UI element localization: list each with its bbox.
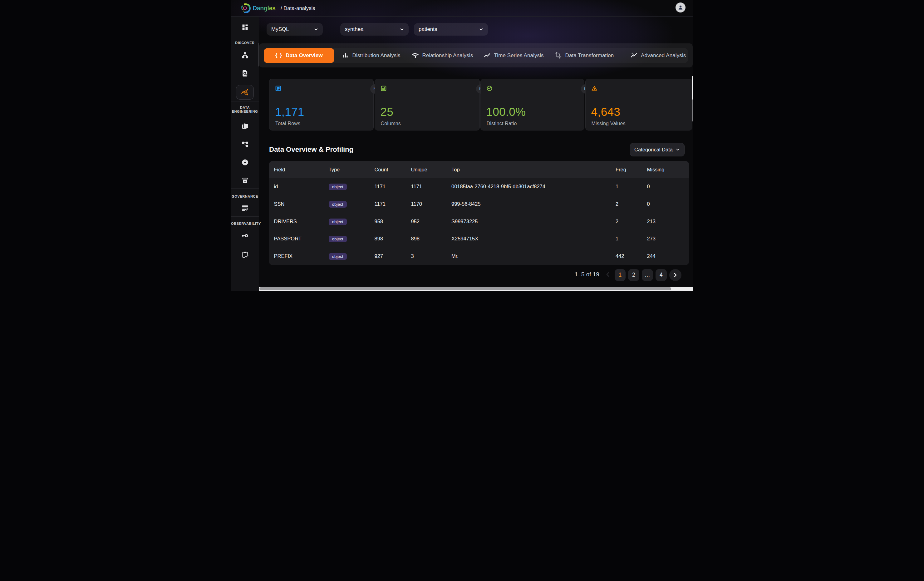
table-row[interactable]: DRIVERS object 958 952 S99973225 2 213	[269, 213, 689, 230]
logo[interactable]: Dangles	[240, 3, 276, 14]
sidebar-item-data-catalog[interactable]	[231, 67, 259, 79]
stat-value: 1,171	[275, 106, 304, 119]
cell-unique: 3	[411, 248, 414, 265]
horizontal-scrollbar-thumb[interactable]	[259, 287, 671, 290]
pagination-next-button[interactable]	[669, 269, 681, 281]
table-row[interactable]: id object 1171 1171 00185faa-2760-4218-9…	[269, 178, 689, 195]
cell-count: 1171	[375, 178, 386, 195]
cell-unique: 1170	[411, 195, 422, 213]
pipeline-icon	[241, 140, 249, 148]
tab-list: { } Data Overview Distribution Analysis …	[264, 48, 688, 63]
cell-missing: 0	[647, 178, 650, 195]
page-button-label: 4	[660, 272, 663, 278]
cell-freq: 1	[615, 178, 619, 195]
sidebar-item-archive[interactable]	[231, 174, 259, 187]
vertical-scrollbar-track[interactable]	[692, 100, 693, 121]
trace-icon	[241, 232, 249, 239]
tab-label: Data Overview	[285, 53, 322, 59]
sidebar-item-data-analysis[interactable]	[236, 85, 254, 100]
select-value: synthea	[345, 26, 364, 33]
sidebar-item-pipelines[interactable]	[231, 138, 259, 150]
cell-count: 898	[375, 230, 383, 248]
horizontal-scrollbar-track[interactable]	[259, 287, 693, 290]
sidebar-item-dashboard[interactable]	[231, 21, 259, 33]
cell-freq: 2	[615, 213, 619, 230]
type-badge: object	[329, 183, 347, 190]
sidebar-item-actions[interactable]	[231, 156, 259, 168]
bar-chart-icon	[342, 52, 349, 59]
database-type-select[interactable]: MySQL	[267, 23, 323, 36]
sidebar-divider	[231, 216, 259, 217]
cell-type: object	[329, 248, 347, 265]
select-value: patients	[419, 26, 437, 33]
sidebar-item-projects[interactable]	[231, 120, 259, 132]
table-row[interactable]: PREFIX object 927 3 Mr. 442 244	[269, 248, 689, 265]
header-divider	[231, 16, 693, 17]
pagination-page-4[interactable]: 4	[655, 269, 667, 281]
profiling-table: Field Type Count Unique Top Freq Missing…	[269, 161, 689, 265]
check-circle-icon	[486, 85, 493, 91]
tab-distribution-analysis[interactable]: Distribution Analysis	[342, 48, 401, 63]
app-header: Dangles / Data-analysis	[231, 0, 693, 16]
sidebar-item-policies[interactable]	[231, 201, 259, 214]
sidebar-item-tracing[interactable]	[231, 229, 259, 242]
transform-icon	[555, 52, 562, 59]
archive-box-icon	[241, 177, 249, 184]
tab-advanced-analysis[interactable]: Advanced Analysis	[630, 48, 686, 63]
vertical-scrollbar-thumb[interactable]	[692, 76, 693, 100]
sidebar-item-audits[interactable]	[231, 248, 259, 261]
stat-label: Total Rows	[276, 121, 300, 126]
table-select[interactable]: patients	[414, 23, 488, 36]
cell-top: 999-56-8425	[451, 195, 481, 213]
cell-missing: 0	[647, 195, 650, 213]
stat-value: 4,643	[591, 106, 620, 119]
pagination-ellipsis[interactable]: …	[642, 269, 653, 281]
brand-name: Dangles	[252, 5, 276, 12]
pagination-page-2[interactable]: 2	[628, 269, 639, 281]
tab-time-series-analysis[interactable]: Time Series Analysis	[483, 48, 544, 63]
cell-field: DRIVERS	[274, 213, 297, 230]
cell-type: object	[329, 195, 347, 213]
document-search-icon	[241, 69, 249, 77]
type-badge: object	[329, 201, 347, 208]
table-row[interactable]: PASSPORT object 898 898 X2594715X 1 273	[269, 230, 689, 248]
cell-top: Mr.	[451, 248, 459, 265]
pagination-range: 1–5 of 19	[549, 271, 599, 278]
stat-label: Missing Values	[592, 121, 625, 126]
table-row[interactable]: SSN object 1171 1170 999-56-8425 2 0	[269, 195, 689, 213]
sidebar-item-domains[interactable]	[231, 49, 259, 61]
cell-missing: 244	[647, 248, 656, 265]
select-value: MySQL	[271, 26, 289, 33]
pagination-page-1[interactable]: 1	[615, 269, 626, 281]
list-check-icon	[241, 204, 249, 211]
cell-freq: 1	[615, 230, 619, 248]
sidebar-scrollbar-thumb[interactable]	[258, 43, 259, 66]
pagination-prev-button[interactable]	[604, 271, 612, 278]
stat-card-total-rows: 1,171 Total Rows	[269, 79, 374, 131]
cell-count: 1171	[375, 195, 386, 213]
table-header: Field Type Count Unique Top Freq Missing	[269, 161, 689, 178]
column-header-freq: Freq	[615, 161, 626, 178]
avatar[interactable]	[675, 3, 685, 13]
tab-data-transformation[interactable]: Data Transformation	[555, 48, 614, 63]
data-type-filter-button[interactable]: Categorical Data	[630, 143, 685, 157]
column-header-missing: Missing	[647, 161, 665, 178]
network-check-icon	[412, 52, 419, 59]
database-select[interactable]: synthea	[340, 23, 409, 36]
chevron-down-icon	[479, 27, 483, 32]
bolt-circle-icon	[241, 158, 249, 166]
cell-count: 958	[375, 213, 383, 230]
tab-label: Time Series Analysis	[494, 53, 544, 59]
braces-icon: { }	[276, 52, 283, 58]
cell-top: S99973225	[451, 213, 478, 230]
type-badge: object	[329, 236, 347, 242]
tab-data-overview[interactable]: { } Data Overview	[264, 48, 335, 63]
cell-missing: 213	[647, 213, 656, 230]
sidebar: DISCOVER DATA ENGINE	[231, 17, 259, 290]
folders-icon	[241, 122, 249, 130]
clipboard-check-icon	[241, 251, 249, 258]
tab-relationship-analysis[interactable]: Relationship Analysis	[412, 48, 473, 63]
show-chart-icon	[483, 52, 491, 59]
app-root: Dangles / Data-analysis DISCOVER	[231, 0, 693, 290]
sidebar-section-observability: OBSERVABILITY	[231, 222, 259, 226]
